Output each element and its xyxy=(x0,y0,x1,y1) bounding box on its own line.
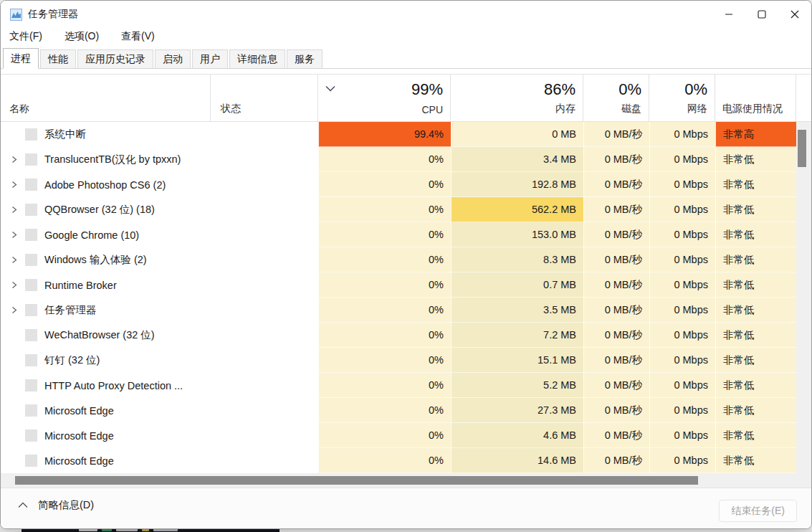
network-cell: 0 Mbps xyxy=(649,122,715,147)
table-row[interactable]: HTTP Auto Proxy Detection ...0%5.2 MB0 M… xyxy=(1,373,796,398)
minimize-button[interactable] xyxy=(712,1,745,28)
process-name: 任务管理器 xyxy=(44,303,97,317)
column-header-disk[interactable]: 0% 磁盘 xyxy=(583,75,649,121)
table-row[interactable]: TranslucentTB(汉化 by tpxxn)0%3.4 MB0 MB/秒… xyxy=(1,147,796,172)
table-header: 名称 状态 99% CPU 86% 内存 0% 磁盘 0% 网络 电源使用情况 xyxy=(1,74,812,122)
expand-chevron-icon[interactable] xyxy=(5,256,24,264)
table-row[interactable]: Microsoft Edge0%27.3 MB0 MB/秒0 Mbps非常低 xyxy=(1,398,796,423)
table-row[interactable]: 任务管理器0%3.5 MB0 MB/秒0 Mbps非常低 xyxy=(1,298,796,323)
process-name-cell: 任务管理器 xyxy=(1,298,211,323)
status-cell xyxy=(211,398,318,423)
task-manager-app-icon xyxy=(10,9,22,21)
table-row[interactable]: 系统中断99.4%0 MB0 MB/秒0 Mbps非常高 xyxy=(1,122,796,147)
table-row[interactable]: WeChatBrowser (32 位)0%7.2 MB0 MB/秒0 Mbps… xyxy=(1,323,796,348)
process-name-cell: Adobe Photoshop CS6 (2) xyxy=(1,172,211,197)
footer-bar: 简略信息(D) 结束任务(E) xyxy=(1,488,811,528)
disk-cell: 0 MB/秒 xyxy=(583,197,649,222)
process-name-cell: TranslucentTB(汉化 by tpxxn) xyxy=(1,147,211,172)
vertical-scrollbar-thumb[interactable] xyxy=(798,130,806,167)
cpu-cell: 0% xyxy=(318,172,451,197)
tab-services[interactable]: 服务 xyxy=(287,49,323,68)
table-row[interactable]: Windows 输入体验 (2)0%8.3 MB0 MB/秒0 Mbps非常低 xyxy=(1,247,796,272)
network-cell: 0 Mbps xyxy=(649,348,715,373)
tab-users[interactable]: 用户 xyxy=(192,49,228,68)
network-cell: 0 Mbps xyxy=(649,398,715,423)
tab-details[interactable]: 详细信息 xyxy=(229,49,285,68)
table-row[interactable]: 钉钉 (32 位)0%15.1 MB0 MB/秒0 Mbps非常低 xyxy=(1,348,796,373)
table-row[interactable]: QQBrowser (32 位) (18)0%562.2 MB0 MB/秒0 M… xyxy=(1,197,796,222)
fewer-details-toggle[interactable]: 简略信息(D) xyxy=(18,498,94,512)
process-name-cell: Google Chrome (10) xyxy=(1,222,211,247)
close-button[interactable] xyxy=(778,1,811,28)
process-icon xyxy=(25,329,37,341)
process-icon xyxy=(25,379,37,391)
cpu-cell: 0% xyxy=(318,373,451,398)
cpu-cell: 0% xyxy=(318,398,451,423)
end-task-button[interactable]: 结束任务(E) xyxy=(719,500,797,522)
power-cell: 非常低 xyxy=(715,272,796,298)
cpu-cell: 0% xyxy=(318,222,451,247)
tab-app-history[interactable]: 应用历史记录 xyxy=(77,49,153,68)
memory-cell: 562.2 MB xyxy=(451,197,583,222)
title-bar: 任务管理器 xyxy=(1,1,811,28)
window-title: 任务管理器 xyxy=(28,8,78,21)
expand-chevron-icon[interactable] xyxy=(5,281,24,289)
expand-chevron-icon[interactable] xyxy=(5,156,24,163)
column-header-power[interactable]: 电源使用情况 xyxy=(715,75,796,121)
power-cell: 非常低 xyxy=(715,448,796,473)
maximize-button[interactable] xyxy=(745,1,778,28)
column-header-overflow xyxy=(796,75,812,121)
status-cell xyxy=(211,298,318,323)
process-icon xyxy=(25,229,37,241)
process-name-cell: Microsoft Edge xyxy=(1,398,211,423)
expand-chevron-icon[interactable] xyxy=(5,206,24,214)
cpu-cell: 0% xyxy=(318,323,451,348)
network-cell: 0 Mbps xyxy=(649,222,715,247)
disk-cell: 0 MB/秒 xyxy=(583,147,649,172)
horizontal-scrollbar[interactable] xyxy=(1,473,812,488)
power-cell: 非常低 xyxy=(715,147,796,172)
expand-chevron-icon[interactable] xyxy=(5,181,24,189)
table-row[interactable]: Microsoft Edge0%14.6 MB0 MB/秒0 Mbps非常低 xyxy=(1,448,796,473)
menu-item-file[interactable]: 文件(F) xyxy=(9,29,50,44)
vertical-scrollbar[interactable] xyxy=(796,122,812,473)
column-header-network[interactable]: 0% 网络 xyxy=(649,75,715,121)
menu-item-view[interactable]: 查看(V) xyxy=(121,29,163,44)
process-icon xyxy=(25,254,37,266)
expand-chevron-icon[interactable] xyxy=(5,306,24,314)
horizontal-scrollbar-thumb[interactable] xyxy=(15,476,698,485)
column-header-cpu[interactable]: 99% CPU xyxy=(318,75,451,121)
status-cell xyxy=(211,172,318,197)
table-row[interactable]: Microsoft Edge0%4.6 MB0 MB/秒0 Mbps非常低 xyxy=(1,423,796,448)
table-row[interactable]: Google Chrome (10)0%153.0 MB0 MB/秒0 Mbps… xyxy=(1,222,796,247)
process-name: Microsoft Edge xyxy=(44,430,114,442)
tab-processes[interactable]: 进程 xyxy=(3,48,39,69)
power-cell: 非常低 xyxy=(715,197,796,222)
disk-cell: 0 MB/秒 xyxy=(583,348,649,373)
process-name-cell: WeChatBrowser (32 位) xyxy=(1,323,211,348)
process-name: Runtime Broker xyxy=(44,280,117,291)
cpu-cell: 0% xyxy=(318,423,451,448)
table-row[interactable]: Runtime Broker0%0.7 MB0 MB/秒0 Mbps非常低 xyxy=(1,272,796,298)
cpu-cell: 0% xyxy=(318,448,451,473)
expand-chevron-icon[interactable] xyxy=(5,231,24,239)
tab-startup[interactable]: 启动 xyxy=(155,49,191,68)
process-name: 系统中断 xyxy=(44,128,86,141)
cpu-total-percent: 99% xyxy=(411,80,443,99)
process-name: WeChatBrowser (32 位) xyxy=(44,328,155,342)
process-name-cell: Windows 输入体验 (2) xyxy=(1,247,211,272)
network-cell: 0 Mbps xyxy=(649,448,715,473)
column-header-status[interactable]: 状态 xyxy=(211,75,318,121)
disk-cell: 0 MB/秒 xyxy=(583,247,649,272)
column-header-name[interactable]: 名称 xyxy=(1,75,211,121)
status-cell xyxy=(211,272,318,298)
tab-performance[interactable]: 性能 xyxy=(40,49,76,68)
menu-item-options[interactable]: 选项(O) xyxy=(65,29,107,44)
table-row[interactable]: Adobe Photoshop CS6 (2)0%192.8 MB0 MB/秒0… xyxy=(1,172,796,197)
process-name: HTTP Auto Proxy Detection ... xyxy=(44,380,183,391)
disk-cell: 0 MB/秒 xyxy=(583,222,649,247)
column-header-memory[interactable]: 86% 内存 xyxy=(451,75,583,121)
tab-bar: 进程性能应用历史记录启动用户详细信息服务 xyxy=(1,45,811,69)
cpu-cell: 0% xyxy=(318,147,451,172)
process-name-cell: HTTP Auto Proxy Detection ... xyxy=(1,373,211,398)
